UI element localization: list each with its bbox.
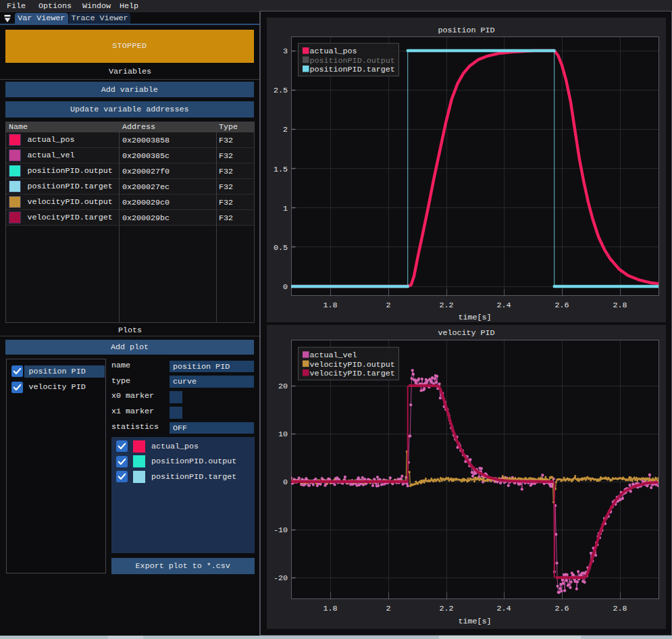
svg-text:2.4: 2.4 — [496, 301, 511, 310]
svg-text:velocity PID: velocity PID — [438, 328, 494, 338]
svg-text:position PID: position PID — [438, 26, 494, 35]
svg-text:2: 2 — [386, 301, 390, 310]
svg-text:actual_pos: actual_pos — [310, 47, 357, 56]
svg-text:positionPID.target: positionPID.target — [310, 65, 395, 74]
svg-text:0.5: 0.5 — [274, 243, 288, 253]
svg-text:0: 0 — [283, 478, 288, 487]
svg-text:2.8: 2.8 — [613, 301, 627, 310]
svg-text:actual_vel: actual_vel — [310, 351, 357, 360]
svg-text:time[s]: time[s] — [458, 313, 491, 322]
svg-text:2.4: 2.4 — [496, 604, 511, 613]
svg-text:0: 0 — [283, 282, 288, 292]
svg-text:10: 10 — [278, 430, 288, 439]
svg-text:1.8: 1.8 — [323, 604, 337, 613]
svg-text:1.8: 1.8 — [323, 301, 337, 310]
svg-text:1: 1 — [283, 204, 288, 213]
svg-text:2.5: 2.5 — [274, 86, 288, 95]
svg-text:2.2: 2.2 — [439, 301, 453, 310]
svg-text:-20: -20 — [274, 573, 288, 583]
svg-text:3: 3 — [283, 47, 288, 56]
svg-text:2.6: 2.6 — [554, 604, 569, 613]
svg-text:velocityPID.target: velocityPID.target — [310, 369, 395, 378]
svg-text:positionPID.output: positionPID.output — [310, 56, 395, 66]
svg-text:2: 2 — [386, 604, 390, 613]
svg-text:velocityPID.output: velocityPID.output — [310, 360, 395, 369]
svg-text:2.6: 2.6 — [554, 301, 569, 310]
svg-text:20: 20 — [278, 382, 288, 391]
svg-text:time[s]: time[s] — [458, 617, 491, 626]
svg-text:2: 2 — [283, 125, 288, 134]
svg-text:1.5: 1.5 — [274, 165, 288, 174]
svg-text:-10: -10 — [274, 526, 288, 535]
svg-text:2.2: 2.2 — [439, 604, 453, 613]
svg-text:2.8: 2.8 — [613, 604, 627, 613]
